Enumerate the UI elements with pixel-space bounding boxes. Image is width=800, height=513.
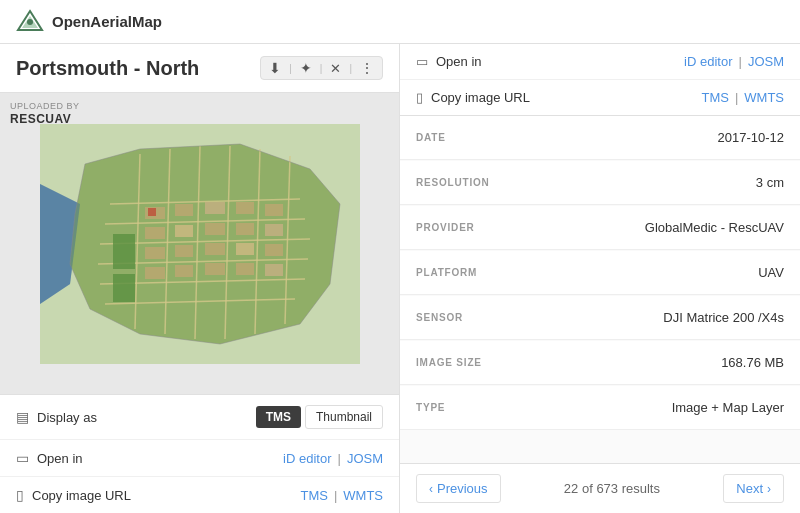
- right-copy-url-links: TMS | WMTS: [701, 90, 784, 105]
- svg-rect-36: [236, 263, 254, 275]
- display-icon: ▤: [16, 409, 29, 425]
- next-button[interactable]: Next ›: [723, 474, 784, 503]
- menu-icon[interactable]: ⋮: [360, 61, 374, 75]
- tms-button[interactable]: TMS: [256, 406, 301, 428]
- svg-rect-33: [145, 267, 165, 279]
- svg-rect-27: [265, 224, 283, 236]
- svg-rect-26: [236, 223, 254, 235]
- title-actions: ⬇ | ✦ | ✕ | ⋮: [260, 56, 383, 80]
- svg-rect-32: [265, 244, 283, 256]
- thumbnail-button[interactable]: Thumbnail: [305, 405, 383, 429]
- display-as-controls: TMS Thumbnail: [256, 405, 383, 429]
- svg-rect-22: [265, 204, 283, 216]
- left-open-in-label: ▭ Open in: [16, 450, 283, 466]
- metadata-table: DATE 2017-10-12 RESOLUTION 3 cm PROVIDER…: [400, 116, 800, 463]
- metadata-value: 3 cm: [546, 175, 784, 190]
- left-panel: Portsmouth - North ⬇ | ✦ | ✕ | ⋮ UPLOADE…: [0, 44, 400, 513]
- metadata-key: DATE: [416, 132, 546, 143]
- table-row: PLATFORM UAV: [400, 251, 800, 295]
- close-icon[interactable]: ✕: [330, 62, 341, 75]
- right-open-in-row: ▭ Open in iD editor | JOSM: [400, 44, 800, 80]
- right-open-in-label: ▭ Open in: [416, 54, 684, 69]
- table-row: IMAGE SIZE 168.76 MB: [400, 341, 800, 385]
- right-panel: ▭ Open in iD editor | JOSM ▯ Copy image …: [400, 44, 800, 513]
- metadata-value: 2017-10-12: [546, 130, 784, 145]
- svg-rect-41: [148, 208, 156, 216]
- metadata-key: PLATFORM: [416, 267, 546, 278]
- svg-point-2: [27, 19, 33, 25]
- table-row: RESOLUTION 3 cm: [400, 161, 800, 205]
- metadata-key: RESOLUTION: [416, 177, 546, 188]
- aerial-image: [0, 93, 399, 394]
- metadata-key: PROVIDER: [416, 222, 546, 233]
- right-open-in-icon: ▭: [416, 54, 428, 69]
- aerial-map-svg: [40, 124, 360, 364]
- metadata-value: GlobalMedic - RescUAV: [546, 220, 784, 235]
- open-in-icon: ▭: [16, 450, 29, 466]
- uploaded-by-name: RescUAV: [10, 112, 80, 126]
- download-icon[interactable]: ⬇: [269, 61, 281, 75]
- copy-icon: ▯: [16, 487, 24, 503]
- page-info: 22 of 673 results: [501, 481, 724, 496]
- table-row: SENSOR DJI Matrice 200 /X4s: [400, 296, 800, 340]
- metadata-value: DJI Matrice 200 /X4s: [546, 310, 784, 325]
- chevron-right-icon: ›: [767, 482, 771, 496]
- display-as-label: ▤ Display as: [16, 409, 256, 425]
- fullscreen-icon[interactable]: ✦: [300, 61, 312, 75]
- table-row: DATE 2017-10-12: [400, 116, 800, 160]
- left-open-in-row: ▭ Open in iD editor | JOSM: [0, 440, 399, 477]
- left-open-in-links: iD editor | JOSM: [283, 451, 383, 466]
- svg-rect-37: [265, 264, 283, 276]
- right-josm-link[interactable]: JOSM: [748, 54, 784, 69]
- svg-rect-25: [205, 223, 225, 235]
- table-row: TYPE Image + Map Layer: [400, 386, 800, 430]
- right-copy-url-label: ▯ Copy image URL: [416, 90, 701, 105]
- svg-rect-31: [236, 243, 254, 255]
- metadata-key: TYPE: [416, 402, 546, 413]
- svg-rect-24: [175, 225, 193, 237]
- svg-rect-19: [175, 204, 193, 216]
- logo-icon: [16, 8, 44, 36]
- svg-rect-34: [175, 265, 193, 277]
- svg-rect-29: [175, 245, 193, 257]
- left-copy-url-label: ▯ Copy image URL: [16, 487, 300, 503]
- header: OpenAerialMap: [0, 0, 800, 44]
- right-wmts-link[interactable]: WMTS: [744, 90, 784, 105]
- left-tms-link[interactable]: TMS: [300, 488, 327, 503]
- left-id-editor-link[interactable]: iD editor: [283, 451, 331, 466]
- left-copy-url-links: TMS | WMTS: [300, 488, 383, 503]
- table-row: PROVIDER GlobalMedic - RescUAV: [400, 206, 800, 250]
- metadata-value: Image + Map Layer: [546, 400, 784, 415]
- svg-rect-20: [205, 202, 225, 214]
- right-copy-icon: ▯: [416, 90, 423, 105]
- right-top-actions: ▭ Open in iD editor | JOSM ▯ Copy image …: [400, 44, 800, 116]
- logo: OpenAerialMap: [16, 8, 162, 36]
- left-wmts-link[interactable]: WMTS: [343, 488, 383, 503]
- svg-rect-30: [205, 243, 225, 255]
- uploaded-by-section: UPLOADED BY RescUAV: [10, 101, 80, 126]
- logo-text: OpenAerialMap: [52, 13, 162, 30]
- image-container: UPLOADED BY RescUAV: [0, 93, 399, 394]
- svg-rect-39: [113, 274, 135, 302]
- metadata-key: IMAGE SIZE: [416, 357, 546, 368]
- metadata-key: SENSOR: [416, 312, 546, 323]
- title-bar: Portsmouth - North ⬇ | ✦ | ✕ | ⋮: [0, 44, 399, 93]
- previous-button[interactable]: ‹ Previous: [416, 474, 501, 503]
- right-tms-link[interactable]: TMS: [701, 90, 728, 105]
- svg-rect-21: [236, 202, 254, 214]
- right-copy-url-row: ▯ Copy image URL TMS | WMTS: [400, 80, 800, 115]
- right-id-editor-link[interactable]: iD editor: [684, 54, 732, 69]
- svg-rect-28: [145, 247, 165, 259]
- chevron-left-icon: ‹: [429, 482, 433, 496]
- svg-rect-38: [113, 234, 135, 269]
- metadata-value: 168.76 MB: [546, 355, 784, 370]
- metadata-value: UAV: [546, 265, 784, 280]
- left-copy-url-row: ▯ Copy image URL TMS | WMTS: [0, 477, 399, 513]
- main-layout: Portsmouth - North ⬇ | ✦ | ✕ | ⋮ UPLOADE…: [0, 44, 800, 513]
- svg-rect-35: [205, 263, 225, 275]
- left-josm-link[interactable]: JOSM: [347, 451, 383, 466]
- page-title: Portsmouth - North: [16, 57, 260, 80]
- right-open-in-links: iD editor | JOSM: [684, 54, 784, 69]
- pagination: ‹ Previous 22 of 673 results Next ›: [400, 463, 800, 513]
- display-as-row: ▤ Display as TMS Thumbnail: [0, 395, 399, 440]
